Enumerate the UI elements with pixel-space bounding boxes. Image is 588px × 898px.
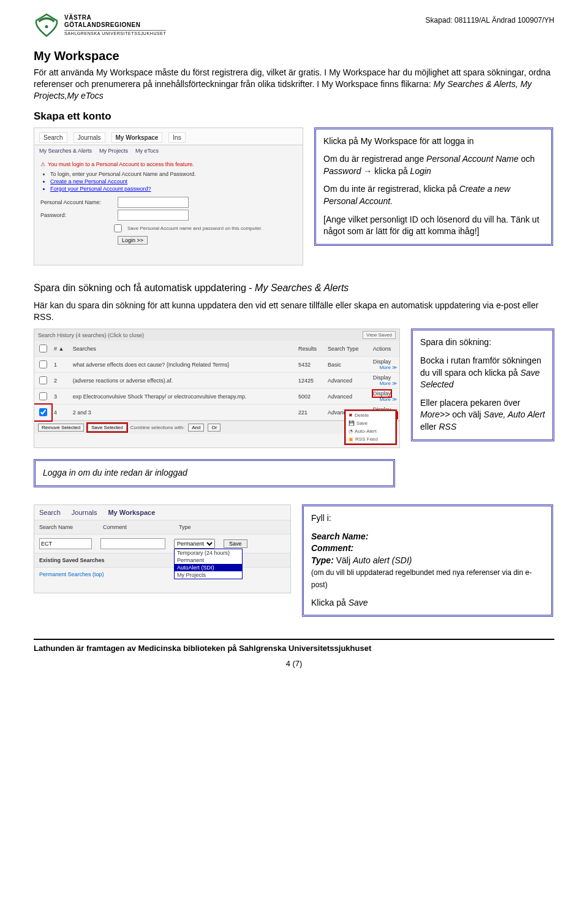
subtab-my-etocs[interactable]: My eTocs [135,148,159,154]
opt-my-projects[interactable]: My Projects [175,571,242,579]
tab-my-workspace[interactable]: My Workspace [111,132,163,143]
input-comment[interactable] [100,538,165,549]
display-link[interactable]: Display [373,359,391,365]
opt-permanent[interactable]: Permanent [175,557,242,564]
alert-icon: ◔ [349,428,353,434]
screenshot-save-form: Search Journals My Workspace Search Name… [34,504,291,593]
tab-ins[interactable]: Ins [168,132,185,143]
subsection-create-account: Skapa ett konto [34,110,554,123]
permanent-searches-link[interactable]: Permanent Searches (top) [39,571,104,577]
opt-temporary[interactable]: Temporary (24 hours) [175,549,242,557]
col-results: Results [296,341,325,357]
login-button[interactable]: Login >> [118,236,148,245]
dd-save[interactable]: Save [356,420,368,426]
save-selected-button[interactable]: Save Selected [88,424,127,432]
remove-selected-button[interactable]: Remove Selected [38,424,84,432]
table-row: 3exp Electroconvulsive Shock Therapy/ or… [34,389,399,405]
view-saved-button[interactable]: View Saved [363,331,396,339]
link-forgot-password[interactable]: Forgot your Personal Account password? [50,186,296,192]
col-type: Search Type [325,341,371,357]
svg-point-0 [45,25,48,28]
warning-icon: ⚠ [40,161,45,167]
opt-autoalert[interactable]: AutoAlert (SDI) [175,564,242,571]
label-password: Password: [40,212,114,218]
screenshot-search-history: Search History (4 searches) (Click to cl… [34,329,400,448]
callout-save-search: Spara din sökning: Bocka i rutan framför… [411,329,554,441]
save-search-intro: Här kan du spara din sökning för att kun… [34,300,554,323]
select-type[interactable]: Permanent [174,539,215,549]
vgr-logo-icon [34,12,59,38]
login-instruction: To login, enter your Personal Account Na… [50,171,296,177]
more-link[interactable]: More ≫ [373,397,397,402]
subtab-my-projects[interactable]: My Projects [99,148,128,154]
section-title-workspace: My Workspace [34,49,554,63]
col-search-name: Search Name [39,524,94,530]
table-row: 1what adverse effects does ect cause? {I… [34,357,399,373]
section-title-save-search: Spara din sökning och få automatisk uppd… [34,283,554,294]
intro-paragraph: För att använda My Workspace måste du fö… [34,67,554,102]
label-username: Personal Account Name: [40,199,114,205]
row-checkbox[interactable] [39,376,47,384]
callout-fill-in: Fyll i: Search Name: Comment: Type: Välj… [302,504,553,617]
row-checkbox[interactable] [39,392,47,400]
subtab-searches-alerts[interactable]: My Searches & Alerts [39,148,92,154]
dd-autoalert[interactable]: Auto-Alert [355,428,377,434]
input-password[interactable] [118,210,189,221]
nav-journals[interactable]: Journals [72,509,97,516]
save-button[interactable]: Save [224,539,247,548]
display-link[interactable]: Display [373,375,391,381]
more-dropdown: ✖Delete 💾Save ◔Auto-Alert ▣RSS Feed [345,411,396,444]
footer-credit: Lathunden är framtagen av Medicinska bib… [34,644,554,653]
dd-delete[interactable]: Delete [355,413,369,418]
callout-login-reminder: Logga in om du inte redan är inloggad [34,459,395,487]
screenshot-login: Search Journals My Workspace Ins My Sear… [34,127,303,265]
delete-icon: ✖ [349,413,353,418]
table-row: 2(adverse reactions or adverse effects).… [34,373,399,389]
tab-journals[interactable]: Journals [74,132,105,143]
nav-search[interactable]: Search [39,509,61,516]
more-link[interactable]: More ≫ [373,381,397,386]
combine-and-button[interactable]: And [188,424,204,432]
row-checkbox[interactable] [39,408,47,416]
callout-login-instructions: Klicka på My Workspace för att logga in … [314,127,553,246]
col-searches: Searches [70,341,296,357]
label-remember: Save Personal Account name and password … [127,226,262,231]
doc-meta: Skapad: 081119/AL Ändrad 100907/YH [426,16,554,25]
checkbox-select-all[interactable] [39,344,47,352]
nav-my-workspace[interactable]: My Workspace [108,509,155,516]
search-history-title: Search History (4 searches) (Click to cl… [38,332,144,338]
combine-or-button[interactable]: Or [208,424,221,432]
input-search-name[interactable] [39,538,92,549]
link-create-account[interactable]: Create a new Personal Account [50,178,296,185]
input-username[interactable] [118,197,189,208]
tab-search[interactable]: Search [39,132,67,143]
combine-label: Combine selections with: [130,425,184,430]
display-link[interactable]: Display [373,390,391,397]
existing-searches-label: Existing Saved Searches [39,557,105,563]
page-number: 4 (7) [34,659,554,668]
col-actions: Actions [371,341,399,357]
rss-icon: ▣ [349,436,353,442]
save-icon: 💾 [349,420,355,426]
org-name: VÄSTRA GÖTALANDSREGIONEN SAHLGRENSKA UNI… [64,14,166,37]
col-comment: Comment [103,524,170,530]
dd-rss[interactable]: RSS Feed [355,436,378,442]
col-type: Type [179,524,191,530]
row-checkbox[interactable] [39,360,47,368]
col-number: # ▲ [51,341,70,357]
checkbox-remember[interactable] [114,224,122,232]
table-row: 42 and 3221Advanced DisplayMore ≫ [34,405,399,420]
more-link[interactable]: More ≫ [373,365,397,370]
org-logo: VÄSTRA GÖTALANDSREGIONEN SAHLGRENSKA UNI… [34,12,166,38]
login-warning: You must login to a Personal Account to … [48,161,194,167]
